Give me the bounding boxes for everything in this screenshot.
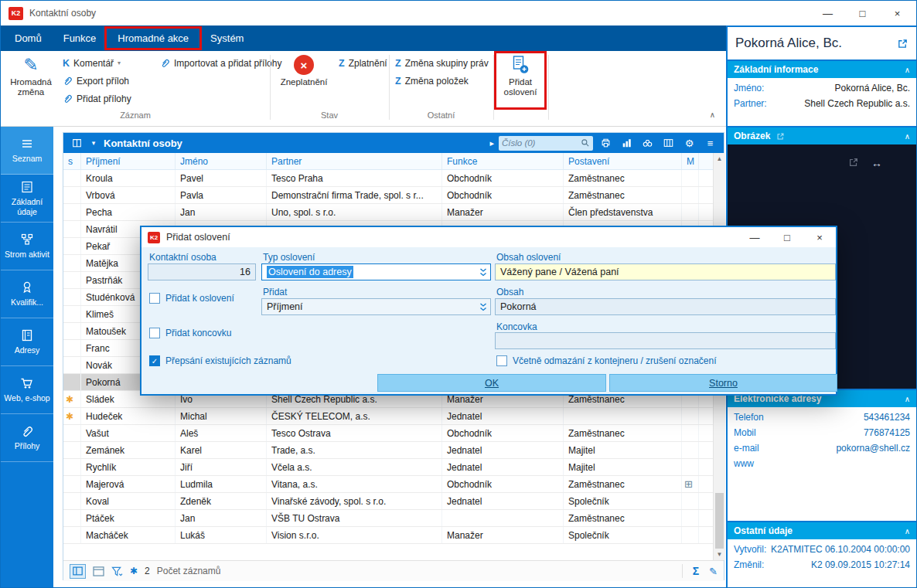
table-row[interactable]: RychlíkJiříVčela a.s.JednatelMajitel — [63, 459, 713, 476]
comment-button[interactable]: K Komentář ▾ — [63, 55, 121, 71]
chart-icon[interactable] — [619, 138, 635, 148]
validate-button[interactable]: Z Zplatnění — [339, 55, 387, 71]
sidebar-item-seznam[interactable]: Seznam — [1, 127, 53, 175]
pin-icon[interactable] — [776, 132, 785, 141]
form-view-icon[interactable] — [93, 566, 104, 576]
ok-button[interactable]: OK — [377, 374, 606, 392]
scroll-up-icon[interactable]: ▲ — [714, 153, 725, 165]
sidebar-item-prilohy[interactable]: Přílohy — [1, 414, 53, 462]
columns-icon[interactable] — [660, 138, 677, 148]
section-header-ostatni[interactable]: Ostatní údaje ∧ — [728, 522, 916, 539]
filter-icon[interactable] — [111, 566, 123, 576]
add-salutation-button[interactable]: Přidat oslovení — [496, 53, 544, 107]
close-button[interactable]: × — [880, 1, 915, 25]
ribbon: ✎ Hromadná změna K Komentář ▾ Export pří… — [1, 51, 726, 127]
table-row[interactable]: PtáčekJanVŠB TU OstravaZaměstnanec — [63, 510, 713, 527]
sum-icon[interactable]: Σ — [693, 565, 699, 577]
menu-item-system[interactable]: Systém — [199, 29, 254, 48]
edit-icon[interactable]: ✎ — [709, 566, 718, 577]
table-row[interactable]: ✱HudečekMichalČESKÝ TELECOM, a.s.Jednate… — [63, 408, 713, 425]
column-header-s[interactable]: s — [63, 153, 81, 169]
maximize-button[interactable]: □ — [845, 1, 880, 25]
dialog-close-button[interactable]: × — [803, 227, 836, 247]
panel-view-icon[interactable] — [70, 564, 86, 579]
cell-filler — [699, 459, 713, 475]
dropdown-icon[interactable] — [479, 267, 487, 277]
sidebar-item-strom-aktivit[interactable]: Strom aktivit — [1, 223, 53, 270]
import-add-attachments-button[interactable]: Importovat a přidat přílohy — [160, 55, 281, 71]
chevron-down-icon[interactable]: ▾ — [90, 139, 97, 147]
salutation-content-field[interactable]: Vážený pane / Vážená paní — [495, 263, 836, 280]
menu-icon[interactable]: ≡ — [702, 138, 718, 149]
sidebar-item-web-eshop[interactable]: Web, e-shop — [1, 366, 53, 414]
contact-person-field[interactable]: 16 — [148, 263, 256, 280]
salutation-type-select[interactable]: Oslovení do adresy — [261, 263, 491, 280]
add-attachments-button[interactable]: Přidat přílohy — [63, 90, 131, 107]
section-header-obrazek[interactable]: Obrázek ∧ — [728, 127, 916, 144]
table-row[interactable]: KovalZdeněkVinařské závody, spol. s r.o.… — [63, 493, 713, 510]
storno-button[interactable]: Storno — [609, 374, 837, 392]
ribbon-collapse-icon[interactable]: ∧ — [710, 110, 715, 119]
invalidate-label: Zneplatnění — [281, 77, 328, 87]
change-rights-group-button[interactable]: Z Změna skupiny práv — [395, 55, 489, 71]
column-header-prijmeni[interactable]: Příjmení — [81, 153, 176, 169]
import-add-attachments-label: Importovat a přidat přílohy — [174, 58, 281, 69]
table-row[interactable]: ZemánekKarelTrade, a.s.JednatelMajitel — [63, 442, 713, 459]
column-header-postaveni[interactable]: Postavení — [564, 153, 682, 169]
sidebar-item-kvalifikace[interactable]: Kvalifik... — [1, 270, 53, 318]
search-input[interactable] — [502, 138, 581, 148]
table-row[interactable]: MajerováLudmilaVitana, a.s.ObchodníkZamě… — [63, 476, 713, 493]
table-row[interactable]: VrbováPavlaDemonstrační firma Trade, spo… — [63, 187, 713, 204]
container-icon[interactable]: ✱ — [130, 566, 138, 576]
email-link[interactable]: pokorna@shell.cz — [836, 443, 910, 454]
dialog-maximize-button[interactable]: □ — [771, 227, 803, 247]
menu-item-funkce[interactable]: Funkce — [53, 29, 107, 48]
cell-funkce: Jednatel — [442, 408, 564, 424]
menu-item-domu[interactable]: Domů — [4, 29, 53, 48]
checkbox-overwrite-existing[interactable]: ✓ Přepsání existujících záznamů — [149, 355, 291, 366]
column-header-jmeno[interactable]: Jméno — [176, 153, 267, 169]
minimize-button[interactable]: — — [810, 1, 845, 25]
printer-icon[interactable] — [598, 138, 614, 148]
table-row[interactable]: MacháčekLukášVision s.r.o.ManažerSpolečn… — [63, 527, 713, 544]
bulk-change-button[interactable]: ✎ Hromadná změna — [5, 53, 56, 107]
menu-item-hromadne-akce[interactable]: Hromadné akce — [107, 29, 199, 48]
add-salutation-label: Přidat oslovení — [496, 77, 544, 97]
mobile-value: 776874125 — [864, 427, 910, 438]
section-title: Ostatní údaje — [734, 525, 793, 536]
cell-s — [63, 238, 81, 254]
book-icon[interactable] — [69, 138, 85, 148]
suffix-field[interactable] — [495, 332, 836, 349]
cell-s — [63, 255, 81, 271]
scrollbar-thumb[interactable] — [715, 493, 724, 549]
content-field[interactable]: Pokorná — [495, 298, 836, 315]
table-row[interactable]: PechaJanUno, spol. s r.o.ManažerČlen pře… — [63, 204, 713, 221]
resize-width-icon[interactable]: ↔ — [871, 157, 882, 169]
column-header-m[interactable]: M — [682, 153, 699, 169]
binoculars-icon[interactable] — [639, 138, 656, 148]
dialog-titlebar[interactable]: K2 Přidat oslovení — □ × — [141, 227, 836, 247]
table-row[interactable]: KroulaPavelTesco PrahaObchodníkZaměstnan… — [63, 170, 713, 187]
export-attachments-label: Export příloh — [77, 76, 129, 87]
checkbox-including-removal[interactable]: Včetně odmazání z kontejneru / zrušení o… — [496, 355, 717, 366]
gear-icon[interactable]: ⚙ — [681, 138, 697, 149]
sidebar-item-adresy[interactable]: Adresy — [1, 318, 53, 366]
column-header-partner[interactable]: Partner — [267, 153, 442, 169]
open-external-icon[interactable] — [848, 157, 859, 168]
checkbox-add-suffix[interactable]: Přidat koncovku — [149, 328, 231, 338]
export-attachments-button[interactable]: Export příloh — [63, 73, 129, 89]
checkbox-add-to-salutation[interactable]: Přidat k oslovení — [149, 293, 234, 304]
add-select[interactable]: Příjmení — [261, 298, 491, 315]
dialog-minimize-button[interactable]: — — [738, 227, 771, 247]
play-icon[interactable]: ▸ — [489, 138, 494, 148]
section-header-zakladni[interactable]: Základní informace ∧ — [728, 61, 916, 78]
change-items-button[interactable]: Z Změna položek — [395, 73, 469, 89]
sidebar-item-zakladni-udaje[interactable]: Základní údaje — [1, 175, 53, 223]
expand-icon[interactable] — [897, 38, 908, 49]
search-icon[interactable] — [581, 138, 590, 148]
invalidate-button[interactable]: × Zneplatnění — [273, 53, 335, 107]
table-row[interactable]: VašutAlešTesco OstravaObchodníkZaměstnan… — [63, 425, 713, 442]
dropdown-icon[interactable] — [479, 302, 487, 312]
scroll-down-icon[interactable]: ▼ — [714, 549, 725, 560]
column-header-funkce[interactable]: Funkce — [442, 153, 564, 169]
